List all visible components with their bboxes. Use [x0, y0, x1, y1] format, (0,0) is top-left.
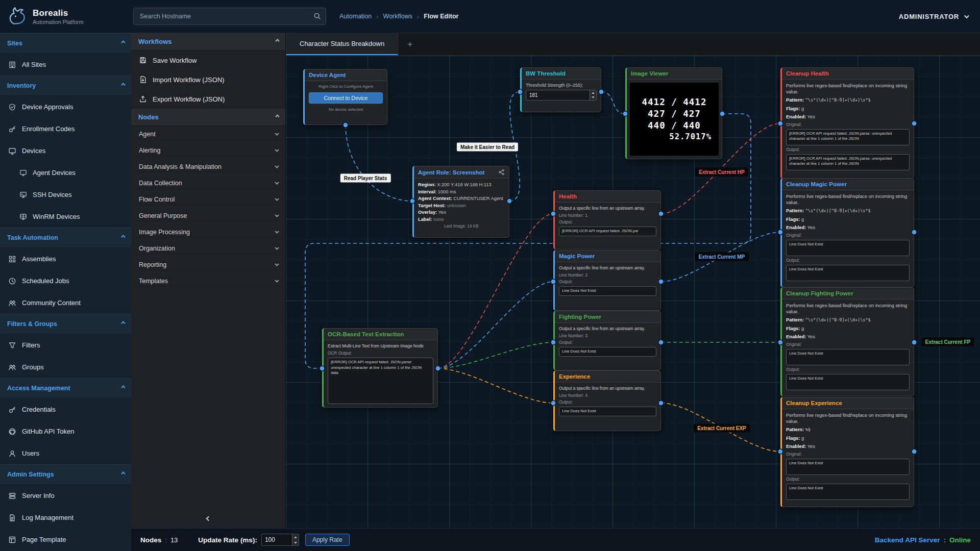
update-rate-stepper[interactable] [261, 534, 299, 546]
handle-health-in[interactable] [551, 211, 556, 216]
sidebar-item-winrm-devices[interactable]: WinRM Devices [0, 206, 131, 228]
node-bw-threshold[interactable]: BW Threshold Threshold Strength (0–255): [520, 67, 601, 112]
node-category-alerting[interactable]: Alerting [131, 142, 285, 159]
workflows-section-header[interactable]: Workflows [131, 33, 285, 51]
handle-magic-in[interactable] [551, 279, 556, 284]
handle-experience-out[interactable] [658, 400, 664, 406]
edge-label-extract-current-mp[interactable]: Extract Current MP [695, 253, 749, 261]
threshold-stepper[interactable] [526, 90, 597, 101]
original-textarea[interactable]: Line Does Not Exist [786, 240, 910, 256]
sidebar-section-admin-settings[interactable]: Admin Settings [0, 464, 131, 485]
sidebar-item-github-api-token[interactable]: GitHub API Token [0, 420, 131, 442]
output-field[interactable]: Line Does Not Exist [559, 407, 656, 416]
sidebar-item-page-template[interactable]: Page Template [0, 529, 131, 550]
handle-experience-in[interactable] [551, 400, 556, 406]
handle-screenshot-in[interactable] [410, 198, 415, 204]
node-magic-power[interactable]: Magic Power Output a specific line from … [553, 250, 661, 311]
export-workflow-button[interactable]: Export Workflow (JSON) [131, 89, 285, 109]
handle-cleanup-magic-in[interactable] [778, 230, 783, 235]
handle-ocr-in[interactable] [320, 366, 325, 371]
node-fighting-power[interactable]: Fighting Power Output a specific line fr… [553, 311, 661, 370]
handle-health-out[interactable] [658, 211, 664, 216]
node-category-templates[interactable]: Templates [131, 273, 285, 289]
sidebar-item-filters[interactable]: Filters [0, 334, 131, 356]
sidebar-item-scheduled-jobs[interactable]: Scheduled Jobs [0, 270, 131, 292]
node-image-viewer[interactable]: Image Viewer 4412 / 4412 427 / 427 440 /… [625, 67, 722, 159]
handle-device-agent-out[interactable] [343, 122, 348, 128]
sidebar-item-devices[interactable]: Devices [0, 140, 131, 162]
node-ocr-text-extraction[interactable]: OCR-Based Text Extraction Extract Multi-… [322, 328, 438, 408]
sidebar-item-users[interactable]: Users [0, 442, 131, 464]
spinner-icon[interactable] [292, 534, 299, 545]
handle-cleanup-experience-in[interactable] [778, 449, 783, 454]
handle-bw-threshold-out[interactable] [599, 89, 604, 94]
import-workflow-button[interactable]: Import Workflow (JSON) [131, 70, 285, 89]
original-textarea[interactable]: [ERROR] OCR API request failed: JSON.par… [786, 129, 910, 145]
tab-character-status-breakdown[interactable]: Character Status Breakdown [286, 33, 398, 55]
node-category-organization[interactable]: Organization [131, 240, 285, 257]
hostname-searchbox[interactable] [133, 8, 326, 25]
edge-label-read-player-stats[interactable]: Read Player Stats [340, 174, 391, 183]
edge-label-extract-current-fp[interactable]: Extract Current FP [922, 338, 974, 346]
update-rate-input[interactable] [262, 534, 292, 545]
edge-label-extract-current-hp[interactable]: Extract Current HP [695, 168, 748, 177]
collapse-panel-button[interactable] [131, 509, 285, 528]
sidebar-item-device-approvals[interactable]: Device Approvals [0, 96, 131, 118]
node-cleanup-fighting-power[interactable]: Cleanup Fighting Power Performs live reg… [780, 287, 914, 396]
node-health[interactable]: Health Output a specific line from an up… [553, 190, 661, 249]
output-textarea[interactable]: Line Does Not Exist [786, 484, 910, 500]
node-device-agent[interactable]: Device Agent Right-Click to Configure Ag… [303, 69, 387, 125]
node-category-reporting[interactable]: Reporting [131, 257, 285, 273]
sidebar-item-credentials[interactable]: Credentials [0, 398, 131, 420]
node-agent-role-screenshot[interactable]: Agent Role: Screenshot Region: X:200 Y:4… [412, 166, 509, 238]
node-category-flow-control[interactable]: Flow Control [131, 191, 285, 208]
sidebar-item-enrollment-codes[interactable]: Enrollment Codes [0, 118, 131, 140]
output-field[interactable]: [ERROR] OCR API request failed: JSON.par [559, 227, 656, 236]
edge-label-make-it-easier-to-read[interactable]: Make it Easier to Read [457, 143, 518, 152]
handle-bw-threshold-in[interactable] [518, 89, 523, 94]
edge-label-extract-current-exp[interactable]: Extract Current EXP [694, 424, 750, 433]
node-category-data-analysis[interactable]: Data Analysis & Manipulation [131, 159, 285, 175]
edge-bw-threshold-to-image-viewer[interactable] [601, 92, 625, 114]
share-icon[interactable] [498, 169, 505, 176]
sidebar-section-filters-groups[interactable]: Filters & Groups [0, 314, 131, 334]
handle-cleanup-health-in[interactable] [778, 121, 783, 126]
handle-cleanup-fighting-in[interactable] [778, 340, 783, 345]
node-category-agent[interactable]: Agent [131, 126, 285, 142]
sidebar-section-inventory[interactable]: Inventory [0, 76, 131, 96]
sidebar-section-task-automation[interactable]: Task Automation [0, 228, 131, 248]
sidebar-section-sites[interactable]: Sites [0, 33, 131, 54]
flow-canvas[interactable]: Device Agent Right-Click to Configure Ag… [286, 56, 980, 528]
breadcrumb-workflows[interactable]: Workflows [383, 13, 412, 20]
original-textarea[interactable]: Line Does Not Exist [786, 459, 910, 475]
save-workflow-button[interactable]: Save Workflow [131, 51, 285, 70]
edge-ocr-to-magic-power[interactable] [438, 282, 553, 368]
node-cleanup-magic-power[interactable]: Cleanup Magic Power Performs live regex-… [780, 178, 914, 287]
handle-cleanup-fighting-out[interactable] [912, 340, 917, 345]
handle-fighting-in[interactable] [551, 340, 556, 345]
output-textarea[interactable]: [ERROR] OCR API request failed: JSON.par… [786, 154, 910, 170]
breadcrumb-automation[interactable]: Automation [339, 13, 372, 20]
handle-fighting-out[interactable] [658, 340, 664, 345]
user-menu[interactable]: ADMINISTRATOR [899, 13, 980, 20]
original-textarea[interactable]: Line Does Not Exist [786, 349, 910, 365]
apply-rate-button[interactable]: Apply Rate [305, 534, 350, 546]
handle-cleanup-health-out[interactable] [912, 121, 917, 126]
output-textarea[interactable]: Line Does Not Exist [786, 265, 910, 281]
node-category-data-collection[interactable]: Data Collection [131, 175, 285, 191]
ocr-output-textarea[interactable]: [ERROR] OCR API request failed: JSON.par… [328, 358, 433, 404]
connect-to-device-button[interactable]: Connect to Device [309, 92, 383, 104]
node-cleanup-experience[interactable]: Cleanup Experience Performs live regex-b… [780, 397, 914, 507]
handle-cleanup-magic-out[interactable] [912, 230, 917, 235]
nodes-section-header[interactable]: Nodes [131, 109, 285, 126]
output-field[interactable]: Line Does Not Exist [559, 347, 656, 357]
sidebar-item-agent-devices[interactable]: Agent Devices [0, 162, 131, 184]
output-field[interactable]: Line Does Not Exist [559, 286, 656, 296]
edge-device-agent-to-screenshot[interactable] [346, 125, 412, 201]
node-category-general-purpose[interactable]: General Purpose [131, 208, 285, 224]
handle-magic-out[interactable] [658, 279, 664, 284]
search-input[interactable] [133, 8, 326, 25]
edge-ocr-to-fighting-power[interactable] [438, 342, 553, 368]
sidebar-item-ssh-devices[interactable]: SSH Devices [0, 184, 131, 206]
spinner-icon[interactable] [590, 90, 596, 100]
